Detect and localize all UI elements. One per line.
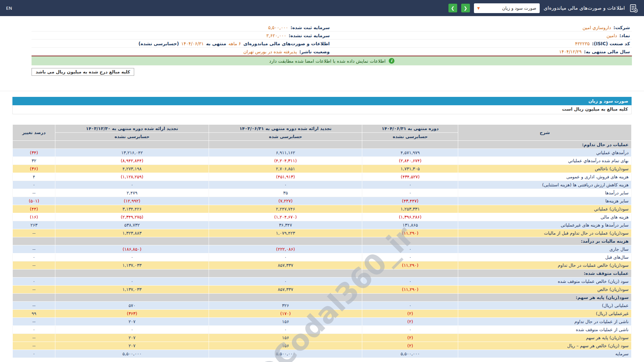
ticker-value[interactable]: دامين [606,33,617,38]
change-percent-cell: (۳۴) [13,149,55,157]
value-cell: (۲) [362,334,458,342]
language-toggle-en[interactable]: EN [6,6,12,11]
value-cell: ۰ [55,181,209,189]
section-row: سود(زيان) پايه هر سهم: [13,294,632,302]
statement-table-wrap: شرح دوره منتهی به ۱۴۰۴/۰۶/۳۱ تجدید ارائه… [12,124,632,358]
value-cell: ۰ [362,253,458,261]
empty-cell [13,269,55,278]
section-row: عمليات متوقف شده: [13,269,632,278]
income-statement-table: شرح دوره منتهی به ۱۴۰۴/۰۶/۳۱ تجدید ارائه… [12,124,632,358]
table-row: سال جارى۰(۲۲۲,۰۸۶)(۱۸۶,۸۵۰)-- [13,245,632,253]
row-label: سود(زيان) خالص [458,286,632,294]
empty-cell [209,294,362,302]
header-period-current: دوره منتهی به ۱۴۰۴/۰۶/۳۱ [362,125,458,133]
empty-cell [13,294,55,302]
period-length-value: ۶ ماهه [228,41,241,46]
field-label: سرمایه ثبت شده: [290,25,330,30]
company-name-value[interactable]: داروسازي امين [583,25,611,30]
value-cell: ۲,۲۴۷,۷۴۶ [209,205,362,213]
change-percent-cell: (۱۶) [13,213,55,221]
nav-back-button[interactable]: ❯ [448,4,457,12]
signature-match-banner: i اطلاعات نمایش داده شده با اطلاعات امضا… [32,56,632,65]
value-cell: (۱,۲۰۴,۶۷۰) [209,213,362,221]
change-percent-cell: ۴ [13,173,55,181]
amounts-unit-note: کلیه مبالغ درج شده به میلیون ریال می باش… [32,68,134,76]
issuer-status-field: وضعیت ناشر: پذیرفته شده در بورس تهران [32,49,332,54]
value-cell: ۰ [55,326,209,334]
row-label: ساير هزينه‌ها [458,197,632,205]
empty-cell [209,141,362,149]
header-period-restated-2: تجدید ارائه شده دوره منتهی به ۱۴۰۳/۱۲/۳۰ [55,125,209,133]
value-cell: (۱,۳۹۶,۲۸۶) [362,213,458,221]
table-row: سال‌هاى قبل۰۰۰۰ [13,253,632,261]
empty-cell [55,294,209,302]
value-cell: ۲۰۷ [55,318,209,326]
row-label: سود (زيان) خالص عمليات متوقف شده [458,278,632,286]
field-label: سرمایه ثبت نشده: [288,33,330,38]
row-label: بهاى تمام شده درآمدهاي عملياتي [458,157,632,165]
value-cell: ۰ [209,278,362,286]
table-row: درآمدهاي عملياتي۴,۵۷۱,۹۷۹۶,۹۱۱,۱۶۲۱۳,۲۱۶… [13,149,632,157]
section-label: سود(زيان) پايه هر سهم: [458,294,632,302]
value-cell: ۲,۴۷۹ [55,189,209,197]
field-label: کد صنعت (ISIC): [592,41,630,46]
value-cell: (۳۶۳) [55,310,209,318]
table-row: سود(زيان) عمليات در حال تداوم قبل از مال… [13,229,632,237]
statement-type-select[interactable]: صورت سود و زیان ▼ [474,3,540,13]
table-row: هزينه هاى فروش، ادارى و عمومى(۴۳۴,۵۲۷)(۴… [13,173,632,181]
table-row: ناشى از عمليات متوقف شده۰۰۰۰ [13,326,632,334]
table-row: هزينه هاى مالى(۱,۳۹۶,۲۸۶)(۱,۲۰۴,۶۷۰)(۲,۳… [13,213,632,221]
table-row: ناشى از عمليات در حال تداوم(۲)۱۵۶۲۰۷-- [13,318,632,326]
value-cell: ۱۵۶ [209,318,362,326]
issuer-status-value: پذیرفته شده در بورس تهران [243,49,297,54]
value-cell: ۱,۱۳۷,۰۳۳ [55,261,209,269]
chevron-down-icon: ▼ [477,6,480,10]
value-cell: ۰ [362,245,458,253]
value-cell: ۵۳۸,۷۳۲ [55,221,209,229]
empty-cell [55,141,209,149]
value-cell: ۳۶,۳۴۷ [209,221,362,229]
value-cell: (۱۷۰) [209,310,362,318]
change-percent-cell: -- [13,229,55,237]
row-label: عملياتى (ريال) [458,302,632,310]
fiscal-year-end-value: ۱۴۰۴/۱۲/۲۹ [559,49,582,54]
row-label: سود(زيان) پايه هر سهم [458,334,632,342]
row-label: ناشى از عمليات متوقف شده [458,326,632,334]
value-cell: ۱,۳۲۳,۸۸۳ [55,229,209,237]
period-description-mid: منتهی به [206,41,226,46]
isic-field: کد صنعت (ISIC): ۴۳۲۲۳۵ [332,41,632,46]
value-cell: ۰ [362,181,458,189]
company-info-panel: شرکت: داروسازي امين سرمایه ثبت شده: ۵,۵۰… [32,23,632,65]
change-percent-cell: ۲۶۳ [13,221,55,229]
income-statement-section: صورت سود و زیان کلیه مبالغ به میلیون ریا… [12,97,632,358]
table-row: ساير درآمدها و هزينه هاى غيرعملياتى۱۳۱,۸… [13,221,632,229]
statement-type-selected-value: صورت سود و زیان [502,6,536,11]
table-row: سرمايه۵,۵۰۰,۰۰۰۵,۵۰۰,۰۰۰۵,۵۰۰,۰۰۰۰ [13,350,632,358]
financial-report-icon[interactable] [629,4,638,13]
value-cell: ۱,۰۷۹,۴۲۳ [209,229,362,237]
row-label: هزينه كاهش ارزش دريافتنى ها (هزينه استثن… [458,181,632,189]
section-row: عملیات در حال تداوم: [13,141,632,149]
empty-cell [362,269,458,278]
info-row: کد صنعت (ISIC): ۴۳۲۲۳۵ اطلاعات و صورت‌ها… [32,40,632,48]
value-cell: ۸۵۷,۳۳۷ [209,286,362,294]
info-row: نماد: دامين سرمایه ثبت نشده: ۳,۶۲۰,۰۰۰ [32,32,632,40]
empty-cell [13,237,55,245]
nav-forward-button[interactable]: ❮ [461,4,470,12]
field-label: نماد: [619,33,630,38]
value-cell: ۶,۹۱۱,۱۶۲ [209,149,362,157]
change-percent-cell: ۰ [13,350,55,358]
change-percent-cell: ۹۹ [13,310,55,318]
value-cell: ۳۲۶ [209,302,362,310]
unregistered-capital-field: سرمایه ثبت نشده: ۳,۶۲۰,۰۰۰ [32,33,332,38]
empty-cell [13,141,55,149]
empty-cell [209,237,362,245]
value-cell: ۱۳۱,۸۶۵ [362,221,458,229]
registered-capital-field: سرمایه ثبت شده: ۵,۵۰۰,۰۰۰ [32,25,332,30]
value-cell: (۱۲,۹۹۲) [55,197,209,205]
period-description-prefix: اطلاعات و صورت‌های مالی میاندوره‌ای [244,41,330,46]
value-cell: (۱۸۶,۸۵۰) [55,245,209,253]
empty-cell [362,294,458,302]
value-cell: (۷,۲۲۷) [209,197,362,205]
field-label: سال مالی منتهی به: [584,49,630,54]
